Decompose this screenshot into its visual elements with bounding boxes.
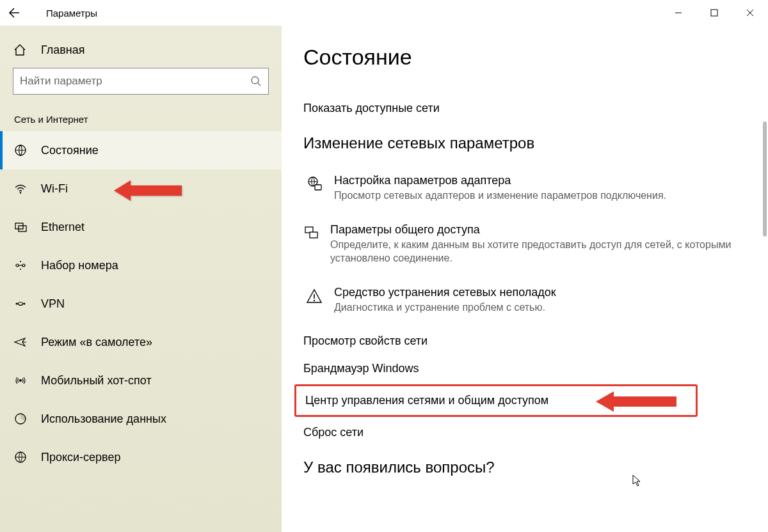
option-desc: Определите, к каким данным вы хотите пре…	[330, 238, 746, 265]
search-container	[0, 68, 282, 107]
datausage-icon	[13, 412, 28, 426]
proxy-icon	[13, 450, 28, 464]
nav-airplane[interactable]: Режим «в самолете»	[0, 323, 282, 361]
adapter-icon	[303, 174, 325, 203]
option-title: Средство устранения сетевых неполадок	[334, 286, 556, 299]
adapter-option[interactable]: Настройка параметров адаптера Просмотр с…	[303, 174, 746, 203]
option-text: Средство устранения сетевых неполадок Ди…	[334, 286, 556, 315]
nav-label: Состояние	[41, 144, 99, 157]
airplane-icon	[13, 335, 28, 349]
page-title: Состояние	[303, 45, 746, 70]
sidebar: Главная Сеть и Интернет Состояние Wi-Fi	[0, 26, 282, 532]
nav-hotspot[interactable]: Мобильный хот-спот	[0, 361, 282, 400]
sharing-center-link[interactable]: Центр управления сетями и общим доступом	[305, 394, 548, 407]
svg-rect-22	[310, 232, 317, 238]
page-content: Состояние Показать доступные сети Измене…	[282, 26, 768, 476]
nav-label: Прокси-сервер	[41, 451, 121, 464]
nav-label: Набор номера	[41, 259, 118, 272]
nav-label: VPN	[41, 297, 65, 311]
search-icon	[250, 75, 262, 87]
wifi-icon	[13, 182, 28, 196]
sharing-option[interactable]: Параметры общего доступа Определите, к к…	[303, 223, 746, 265]
nav-proxy[interactable]: Прокси-сервер	[0, 438, 282, 476]
hotspot-icon	[13, 373, 28, 387]
view-properties-link[interactable]: Просмотр свойств сети	[303, 334, 746, 348]
settings-window: Параметры Главная	[0, 0, 768, 532]
dialup-icon	[13, 258, 28, 272]
nav-dialup[interactable]: Набор номера	[0, 246, 282, 285]
svg-point-8	[16, 264, 19, 267]
annotation-arrow-2	[596, 389, 679, 414]
window-title: Параметры	[46, 8, 97, 19]
nav-label: Мобильный хот-спот	[41, 374, 152, 387]
back-button[interactable]	[6, 6, 38, 19]
titlebar: Параметры	[0, 0, 768, 26]
change-settings-heading: Изменение сетевых параметров	[303, 134, 746, 152]
cursor-icon	[632, 474, 643, 487]
sharing-icon	[303, 223, 321, 265]
nav-label: Режим «в самолете»	[41, 336, 152, 349]
svg-point-14	[24, 303, 26, 305]
content-area: Главная Сеть и Интернет Состояние Wi-Fi	[0, 26, 768, 532]
questions-heading: У вас появились вопросы?	[303, 458, 746, 476]
home-icon	[13, 43, 28, 57]
home-link[interactable]: Главная	[0, 32, 282, 68]
warning-icon	[303, 286, 325, 315]
ethernet-icon	[13, 220, 28, 234]
nav-label: Использование данных	[41, 412, 166, 426]
nav-label: Ethernet	[41, 221, 84, 234]
vpn-icon	[13, 297, 28, 311]
svg-rect-1	[711, 10, 717, 16]
highlighted-sharing-center: Центр управления сетями и общим доступом	[294, 384, 698, 417]
show-networks-link[interactable]: Показать доступные сети	[303, 102, 746, 115]
svg-point-12	[20, 269, 21, 270]
annotation-arrow-1	[114, 176, 184, 205]
firewall-link[interactable]: Брандмауэр Windows	[303, 362, 746, 375]
search-input[interactable]	[20, 75, 250, 88]
maximize-button[interactable]	[696, 0, 732, 26]
nav-vpn[interactable]: VPN	[0, 285, 282, 323]
svg-point-11	[20, 261, 21, 262]
window-controls	[660, 0, 768, 26]
section-label: Сеть и Интернет	[0, 107, 282, 131]
svg-marker-25	[596, 391, 676, 412]
nav-label: Wi-Fi	[41, 182, 68, 196]
svg-point-5	[20, 192, 21, 193]
reset-link[interactable]: Сброс сети	[303, 426, 746, 439]
main-panel: Состояние Показать доступные сети Измене…	[282, 26, 768, 532]
svg-marker-18	[114, 180, 182, 201]
search-box[interactable]	[13, 68, 269, 95]
troubleshoot-option[interactable]: Средство устранения сетевых неполадок Ди…	[303, 286, 746, 315]
minimize-button[interactable]	[660, 0, 696, 26]
svg-point-13	[16, 303, 18, 305]
scrollbar-thumb[interactable]	[763, 121, 767, 237]
svg-point-15	[19, 379, 22, 382]
option-title: Параметры общего доступа	[330, 223, 746, 237]
nav-datausage[interactable]: Использование данных	[0, 400, 282, 438]
status-icon	[13, 143, 28, 157]
home-label: Главная	[41, 43, 85, 57]
svg-point-24	[314, 300, 315, 301]
nav-ethernet[interactable]: Ethernet	[0, 208, 282, 246]
option-text: Параметры общего доступа Определите, к к…	[330, 223, 746, 265]
option-desc: Просмотр сетевых адаптеров и изменение п…	[334, 189, 666, 203]
option-text: Настройка параметров адаптера Просмотр с…	[334, 174, 666, 203]
close-button[interactable]	[732, 0, 768, 26]
svg-rect-20	[315, 185, 321, 190]
nav-status[interactable]: Состояние	[0, 131, 282, 169]
svg-point-2	[252, 77, 259, 84]
option-title: Настройка параметров адаптера	[334, 174, 666, 187]
option-desc: Диагностика и устранение проблем с сетью…	[334, 301, 556, 315]
svg-point-9	[22, 264, 25, 267]
svg-line-3	[258, 83, 260, 86]
